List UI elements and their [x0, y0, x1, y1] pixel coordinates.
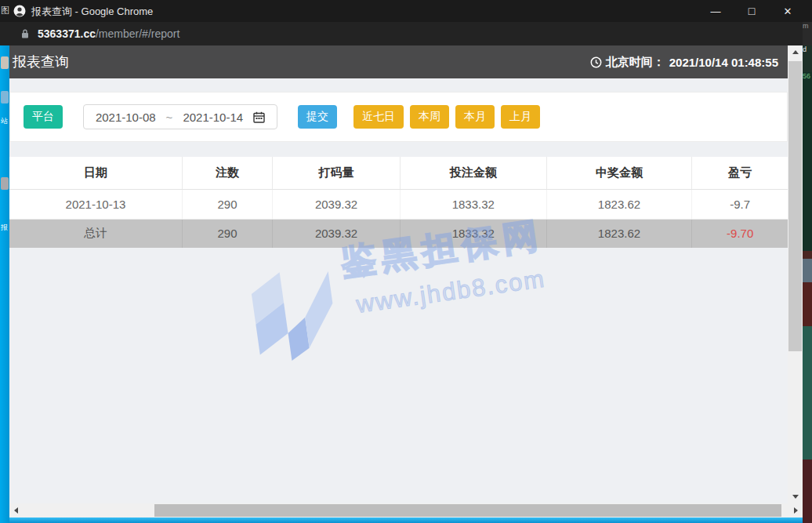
column-header-3: 投注金额: [400, 157, 546, 189]
table-cell: -9.70: [692, 219, 788, 248]
background-fragment: [803, 251, 812, 259]
url-text: 5363371.cc/member/#/report: [38, 27, 179, 40]
table-cell: 1833.32: [400, 189, 546, 219]
minimize-button[interactable]: —: [698, 0, 734, 22]
quick-range-button-3[interactable]: 上月: [501, 105, 540, 129]
desktop-icon: [1, 91, 9, 104]
desktop-icon-label: 报: [1, 224, 9, 231]
column-header-5: 盈亏: [692, 157, 788, 189]
background-fragment: [803, 282, 812, 326]
scroll-down-arrow[interactable]: [788, 490, 803, 503]
date-from-value[interactable]: 2021-10-08: [96, 111, 156, 124]
column-header-1: 注数: [182, 157, 272, 189]
background-fragment: [803, 459, 812, 523]
url-host: 5363371.cc: [38, 27, 96, 40]
background-fragment: 56: [803, 72, 812, 251]
table-cell: 1823.62: [546, 219, 692, 248]
desktop-icon-label: 站: [1, 118, 9, 125]
table-header-row: 日期注数打码量投注金额中奖金额盈亏: [9, 157, 788, 189]
clock-icon: [590, 56, 602, 68]
scroll-up-arrow[interactable]: [788, 45, 803, 59]
background-fragment: [803, 326, 812, 459]
table-cell: 2021-10-13: [9, 189, 182, 219]
scroll-right-arrow[interactable]: [789, 503, 803, 518]
report-page: 报表查询 北京时间： 2021/10/14 01:48:55 平台 2021-1…: [9, 45, 788, 503]
horizontal-scrollbar[interactable]: [9, 503, 803, 518]
report-table: 日期注数打码量投注金额中奖金额盈亏 2021-10-132902039.3218…: [9, 157, 788, 248]
beijing-time: 北京时间： 2021/10/14 01:48:55: [590, 55, 778, 70]
background-fragment: [803, 259, 812, 282]
column-header-0: 日期: [9, 157, 182, 189]
watermark-site-url: www.jhdb8.com: [354, 264, 551, 319]
table-cell: 总计: [9, 219, 182, 248]
page-favicon-icon: [13, 5, 26, 17]
beijing-time-value: 2021/10/14 01:48:55: [669, 56, 778, 69]
table-row: 2021-10-132902039.321833.321823.62-9.7: [9, 189, 788, 219]
quick-range-button-2[interactable]: 本月: [455, 105, 495, 129]
page-header: 报表查询 北京时间： 2021/10/14 01:48:55: [9, 45, 788, 78]
quick-range-button-0[interactable]: 近七日: [353, 105, 404, 129]
date-range-separator: ~: [166, 111, 173, 124]
desktop-icon: [1, 177, 9, 190]
browser-titlebar: 图 报表查询 - Google Chrome — □ ✕: [0, 0, 812, 22]
column-header-2: 打码量: [273, 157, 401, 189]
background-fragment: d: [803, 45, 812, 72]
address-bar[interactable]: 5363371.cc/member/#/report: [0, 22, 803, 45]
horizontal-scrollbar-thumb[interactable]: [154, 504, 781, 517]
url-path: /member/#/report: [96, 27, 179, 40]
desktop-icon: [1, 56, 9, 69]
background-window-fragment: 图: [1, 5, 9, 16]
column-header-4: 中奖金额: [546, 157, 692, 189]
table-cell: 2039.32: [273, 219, 401, 248]
scroll-left-arrow[interactable]: [9, 503, 23, 518]
background-fragment: m: [803, 22, 812, 45]
table-cell: 290: [182, 189, 272, 219]
platform-button[interactable]: 平台: [24, 105, 63, 129]
watermark-logo-icon: [241, 259, 341, 367]
submit-button[interactable]: 提交: [298, 105, 337, 129]
table-cell: 1823.62: [546, 189, 692, 219]
date-range-input[interactable]: 2021-10-08 ~ 2021-10-14: [83, 104, 277, 129]
page-title: 报表查询: [13, 53, 69, 71]
filter-panel: 平台 2021-10-08 ~ 2021-10-14: [9, 92, 788, 142]
quick-range-buttons: 近七日本周本月上月: [353, 105, 546, 129]
calendar-icon[interactable]: [253, 111, 265, 123]
table-cell: -9.7: [692, 189, 788, 219]
lock-icon: [20, 28, 30, 39]
maximize-button[interactable]: □: [734, 0, 770, 22]
close-button[interactable]: ✕: [770, 0, 806, 22]
vertical-scrollbar[interactable]: [788, 45, 803, 503]
vertical-scrollbar-thumb[interactable]: [788, 61, 802, 351]
table-cell: 290: [182, 219, 272, 248]
background-window-edge-right: m d 56: [803, 22, 812, 523]
date-to-value[interactable]: 2021-10-14: [183, 111, 243, 124]
quick-range-button-1[interactable]: 本周: [410, 105, 449, 129]
window-title: 报表查询 - Google Chrome: [31, 5, 153, 19]
table-cell: 1833.32: [400, 219, 546, 248]
desktop-edge-left: 站 报: [0, 45, 9, 523]
background-window-edge-bottom: [9, 518, 803, 523]
table-cell: 2039.32: [273, 189, 401, 219]
beijing-time-label: 北京时间：: [606, 55, 665, 70]
table-row-total: 总计2902039.321833.321823.62-9.70: [9, 219, 788, 248]
